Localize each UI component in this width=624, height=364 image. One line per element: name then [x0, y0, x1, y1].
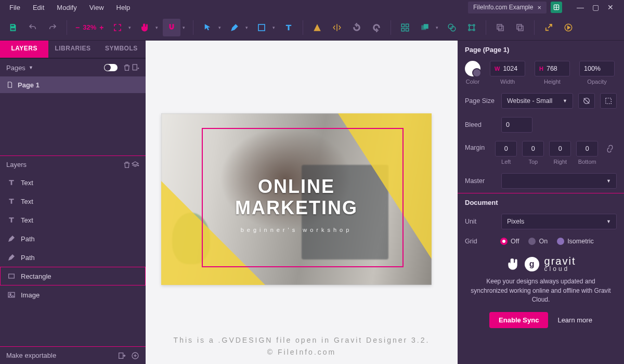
dropdown-icon[interactable]: ▾ [155, 25, 161, 30]
align-tool[interactable] [396, 19, 414, 36]
fit-screen-button[interactable] [109, 19, 126, 36]
menu-file[interactable]: File [3, 2, 27, 14]
trash-icon[interactable] [123, 63, 131, 72]
page-row[interactable]: Page 1 [0, 76, 146, 93]
artboard[interactable]: ONLINE MARKETING beginner's workshop [161, 113, 432, 285]
redo-button[interactable] [44, 19, 61, 36]
layer-label: Rectangle [21, 272, 51, 280]
grid-on-radio[interactable]: On [528, 238, 548, 245]
zoom-control[interactable]: − 32% + [75, 23, 103, 32]
window-minimize-icon[interactable]: — [577, 3, 584, 11]
learn-more-link[interactable]: Learn more [557, 316, 592, 324]
paste-button[interactable] [511, 19, 529, 36]
add-page-icon[interactable] [131, 63, 139, 72]
bleed-field[interactable]: 0 [501, 117, 532, 133]
pan-button[interactable] [136, 19, 153, 36]
margin-bottom-field[interactable]: 0 [576, 141, 598, 157]
layer-label: Text [21, 216, 33, 224]
margin-left-field[interactable]: 0 [495, 141, 517, 157]
layer-row[interactable]: Image [0, 285, 146, 304]
clip-button[interactable] [600, 93, 617, 109]
cloud-promo: g gravitcloud Keep your designs always u… [458, 249, 624, 333]
layer-row[interactable]: Text [0, 173, 146, 192]
layer-row[interactable]: Rectangle [0, 267, 146, 285]
undo-button[interactable] [24, 19, 42, 36]
opacity-field[interactable]: 100% [579, 61, 615, 76]
export-icon[interactable] [118, 352, 126, 360]
unit-label: Unit [465, 218, 496, 225]
link-margins-icon[interactable] [603, 141, 617, 157]
dropdown-icon[interactable]: ▾ [183, 25, 188, 30]
enable-sync-button[interactable]: Enable Sync [489, 312, 548, 328]
dropdown-icon[interactable]: ▾ [128, 25, 134, 30]
dropdown-icon[interactable]: ▾ [272, 25, 278, 30]
snap-button[interactable] [163, 19, 180, 36]
distribute-tool[interactable] [463, 19, 480, 36]
add-layer-icon[interactable] [131, 161, 139, 169]
layer-label: Path [21, 254, 35, 262]
master-dropdown[interactable]: ▼ [501, 173, 617, 189]
group-tool[interactable] [416, 19, 434, 36]
path-op-tool[interactable] [443, 19, 461, 36]
app-brand-icon[interactable] [551, 2, 562, 13]
master-label: Master [465, 177, 496, 185]
pages-toggle[interactable] [104, 64, 118, 71]
layer-row[interactable]: Text [0, 211, 146, 229]
svg-point-11 [473, 24, 475, 26]
transform-tool[interactable] [308, 19, 326, 36]
layer-row[interactable]: Path [0, 229, 146, 248]
tab-libraries[interactable]: LIBRARIES [48, 41, 97, 58]
image-icon [7, 291, 16, 299]
rotate-cw-button[interactable] [368, 19, 385, 36]
text-tool[interactable] [280, 19, 297, 36]
margin-right-field[interactable]: 0 [549, 141, 571, 157]
opacity-label: Opacity [587, 79, 606, 85]
window-maximize-icon[interactable]: ▢ [592, 3, 599, 11]
orientation-button[interactable] [578, 93, 595, 109]
copy-button[interactable] [491, 19, 509, 36]
grid-off-radio[interactable]: Off [500, 238, 519, 245]
save-button[interactable] [4, 19, 22, 36]
svg-point-13 [473, 29, 475, 31]
make-exportable[interactable]: Make exportable [0, 346, 146, 364]
dropdown-icon[interactable]: ▾ [436, 25, 441, 30]
layer-row[interactable]: Path [0, 248, 146, 267]
tab-symbols[interactable]: SYMBOLS [97, 41, 146, 58]
dropdown-icon[interactable]: ▾ [245, 25, 251, 30]
menu-edit[interactable]: Edit [27, 2, 50, 14]
document-tab[interactable]: FileInfo.com Example × [468, 2, 547, 14]
pen-tool[interactable] [226, 19, 243, 36]
zoom-out-icon[interactable]: − [75, 23, 80, 32]
export-button[interactable] [540, 19, 557, 36]
canvas[interactable]: ONLINE MARKETING beginner's workshop Thi… [146, 41, 458, 364]
zoom-in-icon[interactable]: + [99, 23, 103, 32]
text-icon [7, 178, 16, 187]
chevron-down-icon[interactable]: ▼ [29, 65, 33, 70]
rotate-ccw-button[interactable] [348, 19, 366, 36]
flip-tool[interactable] [328, 19, 346, 36]
page-section-header: Page (Page 1) [458, 41, 624, 57]
trash-icon[interactable] [123, 161, 131, 169]
canvas-caption: This is a .GVDESIGN file open in Gravit … [146, 334, 458, 358]
dropdown-icon[interactable]: ▾ [218, 25, 224, 30]
tab-layers[interactable]: LAYERS [0, 41, 48, 58]
height-label: Height [544, 79, 561, 85]
shape-tool[interactable] [253, 19, 270, 36]
unit-dropdown[interactable]: Pixels▼ [501, 214, 617, 229]
page-color-swatch[interactable] [465, 61, 480, 76]
plus-circle-icon[interactable] [131, 352, 139, 360]
page-row-label: Page 1 [18, 81, 40, 89]
window-close-icon[interactable]: ✕ [607, 3, 614, 11]
menu-modify[interactable]: Modify [50, 2, 83, 14]
pointer-tool[interactable] [199, 19, 216, 36]
layer-row[interactable]: Text [0, 192, 146, 211]
menu-view[interactable]: View [83, 2, 110, 14]
close-tab-icon[interactable]: × [537, 4, 541, 11]
grid-iso-radio[interactable]: Isometric [557, 238, 594, 245]
menu-help[interactable]: Help [110, 2, 137, 14]
width-field[interactable]: W1024 [490, 61, 525, 76]
pagesize-dropdown[interactable]: Website - Small▼ [501, 93, 573, 109]
margin-top-field[interactable]: 0 [522, 141, 544, 157]
play-button[interactable] [560, 19, 577, 36]
height-field[interactable]: H768 [535, 61, 570, 76]
